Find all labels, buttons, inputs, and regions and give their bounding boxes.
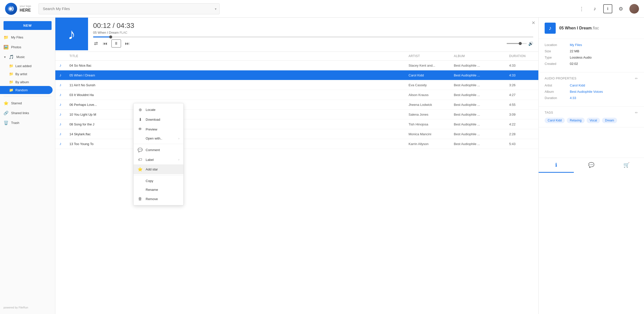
settings-icon[interactable]: ⚙ <box>616 4 625 13</box>
ctx-locate[interactable]: ⊕ Locate <box>134 105 183 115</box>
file-artist: Karrin Allyson <box>409 142 454 146</box>
sidebar-item-by-artist[interactable]: 📁 By artist <box>0 70 53 78</box>
tag[interactable]: Vocal <box>587 118 600 123</box>
label-icon: 🏷 <box>138 157 143 162</box>
file-album: Best Audiophile ... <box>454 73 509 77</box>
logo-circle <box>5 3 17 15</box>
rp-tags-title: Tags ✏ <box>545 111 638 115</box>
new-button[interactable]: NEW <box>4 21 52 30</box>
player-close-button[interactable]: ✕ <box>532 20 535 26</box>
table-row[interactable]: ♪ 10 You Light Up M Salena Jones Best Au… <box>55 110 538 119</box>
table-row[interactable]: ♪ 03 It Wouldnt Ha Alison Krauss Best Au… <box>55 90 538 100</box>
col-duration: Duration <box>509 54 534 58</box>
rp-duration-value: 4:33 <box>570 96 576 100</box>
progress-bar[interactable] <box>93 36 533 37</box>
player-art: ♪ <box>55 18 88 50</box>
sidebar-item-trash[interactable]: 🗑️ Trash <box>0 118 53 128</box>
rp-type-row: Type Lossless Audio <box>545 56 638 59</box>
file-title: 03 It Wouldnt Ha <box>69 93 409 97</box>
ctx-label[interactable]: 🏷 Label › <box>134 155 183 164</box>
table-row[interactable]: ♪ 11 Ain't No Sunsh Eva Cassidy Best Aud… <box>55 80 538 90</box>
table-row[interactable]: ♪ 04 So Nice.flac Stacey Kent and... Bes… <box>55 61 538 70</box>
remove-icon: 🗑 <box>138 197 143 201</box>
player-controls: ⇄ ⏮ ⏸ ⏭ 🔊 <box>93 39 533 48</box>
trash-icon: 🗑️ <box>4 120 9 125</box>
pause-button[interactable]: ⏸ <box>111 39 121 48</box>
prev-button[interactable]: ⏮ <box>102 40 108 47</box>
locate-icon: ⊕ <box>138 107 143 112</box>
col-title: Title <box>69 54 409 58</box>
sidebar-item-shared-links[interactable]: 🔗 Shared links <box>0 108 53 118</box>
rp-artist-value[interactable]: Carol Kidd <box>570 83 585 87</box>
file-album: Best Audiophile ... <box>454 64 509 67</box>
sidebar-separator <box>4 96 52 96</box>
sidebar-item-last-added[interactable]: 📁 Last added <box>0 62 53 70</box>
table-row[interactable]: ♪ 13 Too Young To Karrin Allyson Best Au… <box>55 139 538 149</box>
file-artist: Stacey Kent and... <box>409 64 454 67</box>
file-title: 04 So Nice.flac <box>69 64 409 67</box>
rp-duration-row: Duration 4:33 <box>545 96 638 100</box>
app-container: your logo HERE ▾ ⋮ ♪ i ⚙ NEW 📁 My Files <box>0 0 644 314</box>
table-row[interactable]: ♪ 14 Skylark.flac Monica Mancini Best Au… <box>55 129 538 139</box>
rp-bottom-tabs: ℹ 💬 🛒 <box>539 158 644 173</box>
rp-header: ♪ 05 When I Dream.flac <box>539 18 644 39</box>
rp-tab-info[interactable]: ℹ <box>539 158 574 173</box>
search-input[interactable] <box>38 3 220 14</box>
ctx-copy[interactable]: Copy <box>134 176 183 185</box>
ctx-preview[interactable]: 👁 Preview <box>134 124 183 134</box>
search-dropdown-arrow[interactable]: ▾ <box>215 7 217 11</box>
file-duration: 2:28 <box>509 132 534 136</box>
rp-album-value[interactable]: Best Audiophile Voices <box>570 90 603 94</box>
info-button[interactable]: i <box>603 4 612 13</box>
volume-slider[interactable] <box>507 43 527 44</box>
sidebar-item-by-album[interactable]: 📁 By album <box>0 78 53 86</box>
shuffle-button[interactable]: ⇄ <box>93 40 99 47</box>
sidebar-item-random[interactable]: 📁 Random <box>0 86 53 94</box>
rp-location-value[interactable]: My Files <box>570 43 582 47</box>
ctx-add-star[interactable]: ⭐ Add star <box>134 164 183 174</box>
sidebar-item-music[interactable]: ▼ 🎵 Music <box>0 52 53 62</box>
file-artist: Tish Hinojosa <box>409 122 454 126</box>
tags-edit-icon[interactable]: ✏ <box>635 111 638 115</box>
player-art-icon: ♪ <box>68 25 75 43</box>
rp-tab-comment[interactable]: 💬 <box>574 158 609 173</box>
tag[interactable]: Carol Kidd <box>545 118 565 123</box>
rp-album-row: Album Best Audiophile Voices <box>545 90 638 94</box>
player-track: 05 When I Dream FLAC <box>93 31 533 34</box>
ctx-rename[interactable]: Rename <box>134 185 183 194</box>
rp-tab-cart[interactable]: 🛒 <box>609 158 644 173</box>
music-icon: 🎵 <box>9 55 14 59</box>
file-music-icon: ♪ <box>59 142 69 146</box>
table-row[interactable]: ♪ 05 When I Dream Carol Kidd Best Audiop… <box>55 70 538 80</box>
table-row[interactable]: ♪ 08 Song for the J Tish Hinojosa Best A… <box>55 119 538 129</box>
tag[interactable]: Dream <box>602 118 617 123</box>
col-album: Album <box>454 54 509 58</box>
next-button[interactable]: ⏭ <box>124 40 131 47</box>
audio-edit-icon[interactable]: ✏ <box>635 76 638 80</box>
tags-area: Carol KiddRelaxingVocalDream <box>545 118 638 123</box>
file-artist: Salena Jones <box>409 113 454 116</box>
music-note-icon[interactable]: ♪ <box>590 4 599 13</box>
player-info: 00:12 / 04:33 05 When I Dream FLAC ⇄ ⏮ <box>88 18 538 52</box>
file-artist: Eva Cassidy <box>409 83 454 87</box>
tag[interactable]: Relaxing <box>567 118 585 123</box>
file-album: Best Audiophile ... <box>454 122 509 126</box>
search-box[interactable]: ▾ <box>38 3 220 14</box>
volume-icon[interactable]: 🔊 <box>528 41 533 46</box>
sidebar: NEW 📁 My Files 🖼️ Photos ▼ 🎵 Music 📁 Las… <box>0 18 55 314</box>
avatar[interactable] <box>629 4 639 14</box>
ctx-open-with[interactable]: Open with.. › <box>134 134 183 143</box>
ctx-comment[interactable]: 💬 Comment <box>134 145 183 155</box>
file-title: 14 Skylark.flac <box>69 132 409 136</box>
svg-point-2 <box>10 8 12 10</box>
sidebar-item-my-files[interactable]: 📁 My Files <box>0 32 53 42</box>
sidebar-item-starred[interactable]: ⭐ Starred <box>0 98 53 108</box>
table-row[interactable]: ♪ 06 Perhaps Love... Jheena Lodwick Best… <box>55 100 538 110</box>
ctx-download[interactable]: ⬇ Download <box>134 115 183 124</box>
rp-title: 05 When I Dream.flac <box>559 26 599 30</box>
more-options-icon[interactable]: ⋮ <box>577 4 586 13</box>
sidebar-item-photos[interactable]: 🖼️ Photos <box>0 42 53 52</box>
ctx-remove[interactable]: 🗑 Remove <box>134 194 183 204</box>
file-duration: 5:43 <box>509 142 534 146</box>
file-music-icon: ♪ <box>59 102 69 107</box>
